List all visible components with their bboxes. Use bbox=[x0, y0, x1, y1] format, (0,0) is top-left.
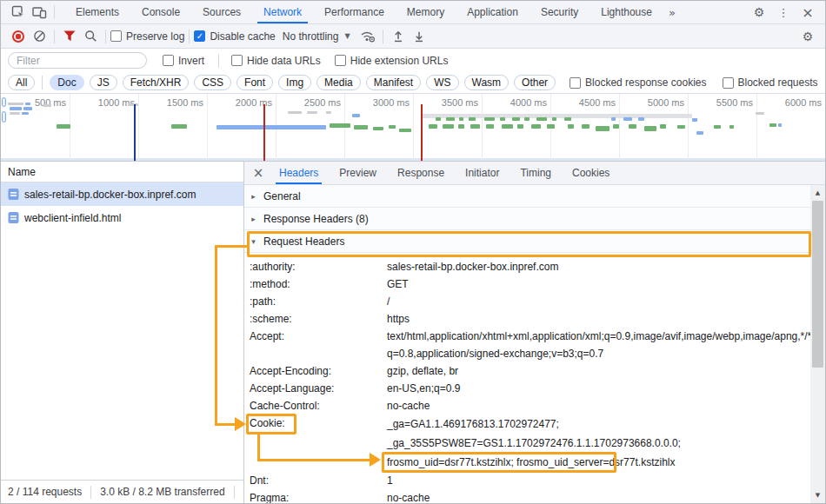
overview-grip[interactable] bbox=[2, 111, 6, 123]
waterfall-bar bbox=[458, 124, 464, 129]
detail-tab-response[interactable]: Response bbox=[387, 162, 455, 184]
tab-console[interactable]: Console bbox=[130, 1, 191, 23]
export-har-icon[interactable] bbox=[409, 26, 430, 47]
filter-chip-img[interactable]: Img bbox=[278, 75, 311, 90]
filter-chip-doc[interactable]: Doc bbox=[50, 75, 83, 90]
more-tabs-icon[interactable]: » bbox=[663, 6, 681, 19]
filter-chip-ws[interactable]: WS bbox=[426, 75, 458, 90]
throttling-select[interactable]: No throttling ▼ bbox=[283, 30, 350, 43]
timeline-tick-label: 6000 ms bbox=[769, 97, 822, 108]
settings-gear-icon[interactable]: ⚙ bbox=[749, 2, 769, 23]
waterfall-bar bbox=[638, 117, 644, 121]
filter-chip-font[interactable]: Font bbox=[236, 75, 273, 90]
tab-sources[interactable]: Sources bbox=[191, 1, 252, 23]
waterfall-bar bbox=[677, 125, 685, 129]
filter-chip-manifest[interactable]: Manifest bbox=[366, 75, 421, 90]
timeline-tick-label: 4000 ms bbox=[495, 97, 547, 108]
checkbox-unchecked bbox=[335, 55, 346, 66]
header-row: :authority:sales-retail-bp.docker-box.in… bbox=[244, 258, 810, 275]
checkbox-blocked-requests[interactable]: Blocked requests bbox=[723, 76, 818, 89]
tab-lighthouse[interactable]: Lighthouse bbox=[590, 1, 663, 23]
scrollbar-down-icon[interactable]: ▼ bbox=[810, 488, 825, 502]
status-bar: 2 / 114 requests 3.0 kB / 8.2 MB transfe… bbox=[1, 480, 243, 503]
section-general[interactable]: ▸General bbox=[244, 185, 810, 208]
section-request-headers[interactable]: ▾Request Headers bbox=[244, 230, 810, 253]
waterfall-bar bbox=[629, 124, 636, 129]
scrollbar[interactable]: ▲ ▼ bbox=[810, 185, 825, 503]
main-tab-bar: ElementsConsoleSourcesNetworkPerformance… bbox=[1, 1, 825, 24]
checkbox-checked: ✓ bbox=[194, 30, 205, 42]
network-conditions-icon[interactable] bbox=[357, 26, 378, 47]
timeline-tick-label: 5000 ms bbox=[632, 97, 684, 108]
header-row: :scheme:https bbox=[244, 310, 810, 328]
scrollbar-up-icon[interactable]: ▲ bbox=[810, 186, 825, 200]
header-name: :path: bbox=[250, 293, 387, 310]
filter-input[interactable] bbox=[8, 52, 147, 69]
header-row: :method:GET bbox=[244, 275, 810, 293]
name-column-header[interactable]: Name bbox=[1, 162, 243, 182]
detail-tab-initiator[interactable]: Initiator bbox=[455, 162, 510, 184]
close-devtools-icon[interactable]: × bbox=[797, 2, 818, 23]
checkbox-hide-data-urls[interactable]: Hide data URLs bbox=[231, 55, 321, 67]
headers-detail-body: ▸General▸Response Headers (8)▾Request He… bbox=[244, 185, 825, 503]
waterfall-bar bbox=[25, 103, 30, 105]
waterfall-bar bbox=[326, 111, 331, 114]
request-row[interactable]: webclient-infield.html bbox=[1, 206, 243, 229]
timeline-overview[interactable]: 500 ms1000 ms1500 ms2000 ms2500 ms3000 m… bbox=[1, 94, 825, 162]
tab-performance[interactable]: Performance bbox=[313, 1, 396, 23]
waterfall-bar bbox=[436, 117, 441, 121]
detail-tab-cookies[interactable]: Cookies bbox=[562, 162, 620, 184]
device-toolbar-icon[interactable] bbox=[29, 2, 50, 23]
waterfall-bar bbox=[660, 124, 666, 129]
filter-chip-wasm[interactable]: Wasm bbox=[464, 75, 510, 90]
filter-chip-media[interactable]: Media bbox=[316, 75, 361, 90]
scrollbar-thumb[interactable] bbox=[812, 201, 823, 368]
checkbox-blocked-response-cookies[interactable]: Blocked response cookies bbox=[570, 76, 706, 89]
tab-network[interactable]: Network bbox=[252, 1, 313, 23]
request-row[interactable]: sales-retail-bp.docker-box.inpref.com bbox=[1, 182, 243, 206]
waterfall-bar bbox=[10, 112, 20, 115]
filter-chip-all[interactable]: All bbox=[8, 75, 35, 90]
checkbox-disable-cache[interactable]: ✓Disable cache bbox=[194, 30, 275, 43]
waterfall-bar bbox=[692, 118, 697, 122]
more-options-icon[interactable]: ⋮ bbox=[773, 2, 794, 23]
checkbox-preserve-log[interactable]: Preserve log bbox=[110, 30, 184, 43]
detail-tab-timing[interactable]: Timing bbox=[510, 162, 562, 184]
waterfall-bar bbox=[8, 103, 23, 105]
waterfall-bar bbox=[517, 124, 523, 129]
tab-security[interactable]: Security bbox=[530, 1, 590, 23]
search-icon[interactable] bbox=[80, 26, 101, 47]
checkbox-invert[interactable]: Invert bbox=[163, 55, 204, 67]
waterfall-bar bbox=[486, 124, 494, 129]
filter-chip-css[interactable]: CSS bbox=[194, 75, 231, 90]
tab-memory[interactable]: Memory bbox=[396, 1, 456, 23]
tab-application[interactable]: Application bbox=[456, 1, 530, 23]
import-har-icon[interactable] bbox=[388, 26, 409, 47]
filter-chip-other[interactable]: Other bbox=[514, 75, 556, 90]
filter-chip-fetch-xhr[interactable]: Fetch/XHR bbox=[123, 75, 190, 90]
record-button[interactable] bbox=[12, 30, 24, 43]
close-detail-icon[interactable]: × bbox=[248, 162, 269, 184]
waterfall-bar bbox=[288, 111, 302, 114]
detail-tab-headers[interactable]: Headers bbox=[269, 162, 329, 184]
clear-icon[interactable] bbox=[29, 26, 50, 47]
waterfall-bar bbox=[531, 124, 541, 129]
timeline-tick-label: 4500 ms bbox=[563, 97, 616, 108]
header-name: Accept-Encoding: bbox=[250, 362, 387, 380]
checkbox-unchecked bbox=[570, 77, 581, 89]
header-name: Cookie: bbox=[250, 414, 387, 472]
header-name: Cache-Control: bbox=[250, 397, 387, 414]
section-response-headers-8[interactable]: ▸Response Headers (8) bbox=[244, 208, 810, 230]
network-settings-gear-icon[interactable]: ⚙ bbox=[797, 26, 818, 47]
tab-elements[interactable]: Elements bbox=[64, 1, 130, 23]
detail-tab-preview[interactable]: Preview bbox=[329, 162, 387, 184]
checkbox-hide-extension-urls[interactable]: Hide extension URLs bbox=[335, 55, 449, 67]
divider bbox=[234, 486, 235, 499]
filter-chip-js[interactable]: JS bbox=[90, 75, 117, 90]
transferred-size: 3.0 kB / 8.2 MB transferred bbox=[100, 486, 224, 498]
waterfall-bar bbox=[778, 123, 782, 127]
waterfall-bar bbox=[443, 124, 454, 129]
overview-grip[interactable] bbox=[2, 97, 6, 107]
filter-funnel-icon[interactable] bbox=[59, 26, 80, 47]
inspect-icon[interactable] bbox=[8, 2, 29, 23]
